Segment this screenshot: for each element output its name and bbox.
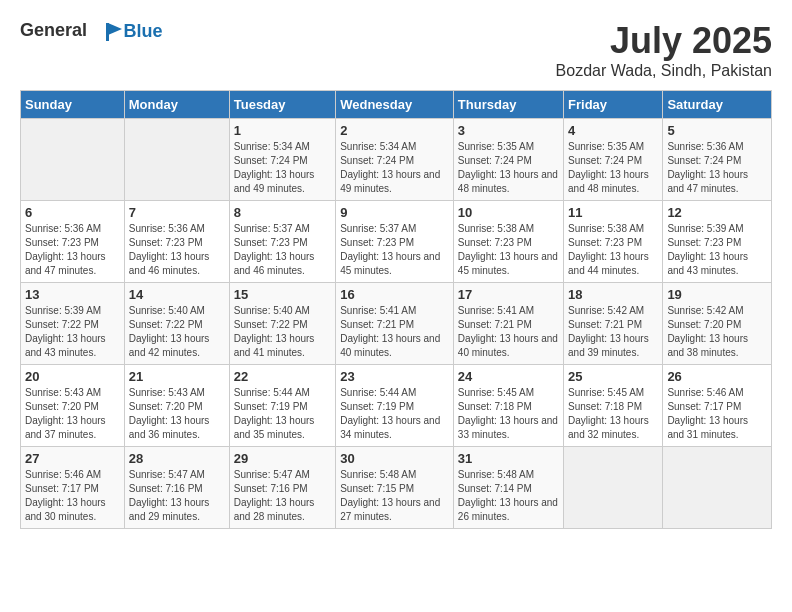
calendar-cell: 24Sunrise: 5:45 AMSunset: 7:18 PMDayligh… xyxy=(453,365,563,447)
calendar-cell: 10Sunrise: 5:38 AMSunset: 7:23 PMDayligh… xyxy=(453,201,563,283)
calendar-cell: 30Sunrise: 5:48 AMSunset: 7:15 PMDayligh… xyxy=(336,447,454,529)
day-number: 4 xyxy=(568,123,658,138)
day-info: Sunrise: 5:48 AMSunset: 7:14 PMDaylight:… xyxy=(458,468,559,524)
day-info: Sunrise: 5:48 AMSunset: 7:15 PMDaylight:… xyxy=(340,468,449,524)
day-info: Sunrise: 5:38 AMSunset: 7:23 PMDaylight:… xyxy=(568,222,658,278)
day-info: Sunrise: 5:34 AMSunset: 7:24 PMDaylight:… xyxy=(340,140,449,196)
calendar-cell: 6Sunrise: 5:36 AMSunset: 7:23 PMDaylight… xyxy=(21,201,125,283)
calendar-table: SundayMondayTuesdayWednesdayThursdayFrid… xyxy=(20,90,772,529)
day-info: Sunrise: 5:39 AMSunset: 7:22 PMDaylight:… xyxy=(25,304,120,360)
calendar-week-row: 13Sunrise: 5:39 AMSunset: 7:22 PMDayligh… xyxy=(21,283,772,365)
calendar-cell: 20Sunrise: 5:43 AMSunset: 7:20 PMDayligh… xyxy=(21,365,125,447)
day-info: Sunrise: 5:44 AMSunset: 7:19 PMDaylight:… xyxy=(234,386,331,442)
day-info: Sunrise: 5:42 AMSunset: 7:20 PMDaylight:… xyxy=(667,304,767,360)
logo: General Blue xyxy=(20,20,163,43)
day-number: 11 xyxy=(568,205,658,220)
day-info: Sunrise: 5:40 AMSunset: 7:22 PMDaylight:… xyxy=(129,304,225,360)
day-number: 12 xyxy=(667,205,767,220)
calendar-cell: 18Sunrise: 5:42 AMSunset: 7:21 PMDayligh… xyxy=(564,283,663,365)
day-info: Sunrise: 5:36 AMSunset: 7:24 PMDaylight:… xyxy=(667,140,767,196)
day-info: Sunrise: 5:42 AMSunset: 7:21 PMDaylight:… xyxy=(568,304,658,360)
day-info: Sunrise: 5:40 AMSunset: 7:22 PMDaylight:… xyxy=(234,304,331,360)
day-number: 21 xyxy=(129,369,225,384)
day-info: Sunrise: 5:37 AMSunset: 7:23 PMDaylight:… xyxy=(340,222,449,278)
header-saturday: Saturday xyxy=(663,91,772,119)
calendar-cell: 5Sunrise: 5:36 AMSunset: 7:24 PMDaylight… xyxy=(663,119,772,201)
day-number: 17 xyxy=(458,287,559,302)
calendar-cell: 21Sunrise: 5:43 AMSunset: 7:20 PMDayligh… xyxy=(124,365,229,447)
day-number: 27 xyxy=(25,451,120,466)
day-info: Sunrise: 5:47 AMSunset: 7:16 PMDaylight:… xyxy=(234,468,331,524)
calendar-week-row: 20Sunrise: 5:43 AMSunset: 7:20 PMDayligh… xyxy=(21,365,772,447)
calendar-week-row: 6Sunrise: 5:36 AMSunset: 7:23 PMDaylight… xyxy=(21,201,772,283)
day-info: Sunrise: 5:41 AMSunset: 7:21 PMDaylight:… xyxy=(340,304,449,360)
calendar-cell: 2Sunrise: 5:34 AMSunset: 7:24 PMDaylight… xyxy=(336,119,454,201)
header-wednesday: Wednesday xyxy=(336,91,454,119)
day-info: Sunrise: 5:45 AMSunset: 7:18 PMDaylight:… xyxy=(458,386,559,442)
day-number: 5 xyxy=(667,123,767,138)
day-number: 31 xyxy=(458,451,559,466)
day-number: 30 xyxy=(340,451,449,466)
calendar-header-row: SundayMondayTuesdayWednesdayThursdayFrid… xyxy=(21,91,772,119)
calendar-cell: 19Sunrise: 5:42 AMSunset: 7:20 PMDayligh… xyxy=(663,283,772,365)
day-info: Sunrise: 5:38 AMSunset: 7:23 PMDaylight:… xyxy=(458,222,559,278)
calendar-cell: 1Sunrise: 5:34 AMSunset: 7:24 PMDaylight… xyxy=(229,119,335,201)
day-info: Sunrise: 5:45 AMSunset: 7:18 PMDaylight:… xyxy=(568,386,658,442)
day-number: 18 xyxy=(568,287,658,302)
calendar-cell: 27Sunrise: 5:46 AMSunset: 7:17 PMDayligh… xyxy=(21,447,125,529)
calendar-cell: 29Sunrise: 5:47 AMSunset: 7:16 PMDayligh… xyxy=(229,447,335,529)
calendar-cell: 11Sunrise: 5:38 AMSunset: 7:23 PMDayligh… xyxy=(564,201,663,283)
header-thursday: Thursday xyxy=(453,91,563,119)
day-info: Sunrise: 5:44 AMSunset: 7:19 PMDaylight:… xyxy=(340,386,449,442)
day-number: 25 xyxy=(568,369,658,384)
calendar-cell: 22Sunrise: 5:44 AMSunset: 7:19 PMDayligh… xyxy=(229,365,335,447)
day-number: 14 xyxy=(129,287,225,302)
calendar-cell: 13Sunrise: 5:39 AMSunset: 7:22 PMDayligh… xyxy=(21,283,125,365)
header-sunday: Sunday xyxy=(21,91,125,119)
day-number: 24 xyxy=(458,369,559,384)
calendar-cell: 26Sunrise: 5:46 AMSunset: 7:17 PMDayligh… xyxy=(663,365,772,447)
day-info: Sunrise: 5:47 AMSunset: 7:16 PMDaylight:… xyxy=(129,468,225,524)
day-number: 13 xyxy=(25,287,120,302)
day-number: 23 xyxy=(340,369,449,384)
calendar-cell xyxy=(564,447,663,529)
logo-flag-icon xyxy=(94,21,122,43)
day-number: 9 xyxy=(340,205,449,220)
calendar-cell: 3Sunrise: 5:35 AMSunset: 7:24 PMDaylight… xyxy=(453,119,563,201)
day-number: 22 xyxy=(234,369,331,384)
day-info: Sunrise: 5:46 AMSunset: 7:17 PMDaylight:… xyxy=(25,468,120,524)
day-info: Sunrise: 5:43 AMSunset: 7:20 PMDaylight:… xyxy=(129,386,225,442)
calendar-week-row: 27Sunrise: 5:46 AMSunset: 7:17 PMDayligh… xyxy=(21,447,772,529)
calendar-cell: 14Sunrise: 5:40 AMSunset: 7:22 PMDayligh… xyxy=(124,283,229,365)
svg-rect-1 xyxy=(106,23,109,41)
day-number: 26 xyxy=(667,369,767,384)
day-number: 15 xyxy=(234,287,331,302)
day-number: 7 xyxy=(129,205,225,220)
calendar-cell: 28Sunrise: 5:47 AMSunset: 7:16 PMDayligh… xyxy=(124,447,229,529)
logo-general-text: General xyxy=(20,20,122,43)
day-number: 16 xyxy=(340,287,449,302)
day-number: 28 xyxy=(129,451,225,466)
calendar-cell: 16Sunrise: 5:41 AMSunset: 7:21 PMDayligh… xyxy=(336,283,454,365)
calendar-cell xyxy=(663,447,772,529)
calendar-cell: 4Sunrise: 5:35 AMSunset: 7:24 PMDaylight… xyxy=(564,119,663,201)
day-number: 8 xyxy=(234,205,331,220)
calendar-cell: 17Sunrise: 5:41 AMSunset: 7:21 PMDayligh… xyxy=(453,283,563,365)
day-info: Sunrise: 5:43 AMSunset: 7:20 PMDaylight:… xyxy=(25,386,120,442)
day-info: Sunrise: 5:37 AMSunset: 7:23 PMDaylight:… xyxy=(234,222,331,278)
calendar-cell: 15Sunrise: 5:40 AMSunset: 7:22 PMDayligh… xyxy=(229,283,335,365)
day-number: 1 xyxy=(234,123,331,138)
day-number: 6 xyxy=(25,205,120,220)
page-header: General Blue July 2025 Bozdar Wada, Sind… xyxy=(20,20,772,80)
day-info: Sunrise: 5:34 AMSunset: 7:24 PMDaylight:… xyxy=(234,140,331,196)
day-info: Sunrise: 5:35 AMSunset: 7:24 PMDaylight:… xyxy=(458,140,559,196)
day-info: Sunrise: 5:36 AMSunset: 7:23 PMDaylight:… xyxy=(25,222,120,278)
header-friday: Friday xyxy=(564,91,663,119)
calendar-cell: 9Sunrise: 5:37 AMSunset: 7:23 PMDaylight… xyxy=(336,201,454,283)
day-info: Sunrise: 5:46 AMSunset: 7:17 PMDaylight:… xyxy=(667,386,767,442)
calendar-cell xyxy=(21,119,125,201)
calendar-cell: 23Sunrise: 5:44 AMSunset: 7:19 PMDayligh… xyxy=(336,365,454,447)
calendar-cell: 25Sunrise: 5:45 AMSunset: 7:18 PMDayligh… xyxy=(564,365,663,447)
day-info: Sunrise: 5:35 AMSunset: 7:24 PMDaylight:… xyxy=(568,140,658,196)
calendar-cell xyxy=(124,119,229,201)
